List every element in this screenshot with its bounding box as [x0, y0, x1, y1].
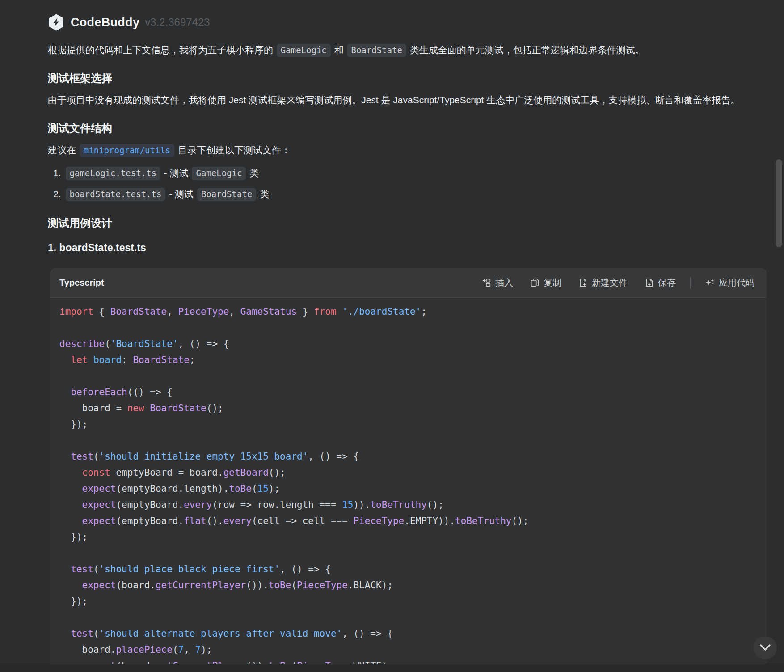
code-token: new — [127, 403, 144, 414]
code-language-label: Typescript — [59, 278, 104, 288]
code-token: let — [71, 355, 88, 365]
code-token: test — [71, 451, 93, 462]
message-header: CodeBuddy v3.2.3697423 — [48, 13, 767, 31]
code-token: (). — [207, 516, 223, 526]
code-token: describe — [59, 338, 105, 349]
code-token — [59, 451, 71, 462]
code-content: import { BoardState, PieceType, GameStat… — [50, 298, 767, 672]
apply-code-button[interactable]: 应用代码 — [705, 277, 754, 289]
code-token: , — [229, 306, 240, 317]
code-token: ( — [173, 644, 178, 655]
code-token: .EMPTY)). — [404, 516, 455, 526]
code-line: }); — [59, 529, 758, 545]
code-token: ()). — [246, 580, 269, 591]
list-text: - 测试 — [166, 189, 196, 199]
code-token: 'should initialize empty 15x15 board' — [99, 451, 308, 462]
section-heading-framework: 测试框架选择 — [48, 72, 767, 85]
code-token: getCurrentPlayer — [156, 580, 246, 591]
code-token: ( — [93, 628, 99, 639]
code-token: : — [122, 355, 133, 365]
test-file-list: 1.gameLogic.test.ts - 测试 GameLogic 类 2.b… — [48, 166, 767, 201]
code-token: 7 — [195, 644, 201, 655]
code-line — [59, 609, 758, 626]
code-token: toBeTruthy — [370, 499, 426, 510]
code-token: 15 — [257, 483, 269, 494]
list-number: 2. — [53, 189, 61, 199]
save-button[interactable]: 保存 — [645, 277, 676, 289]
code-token — [59, 483, 82, 494]
code-line: expect(emptyBoard.every(row => row.lengt… — [59, 497, 758, 513]
code-line: expect(board.getCurrentPlayer()).toBe(Pi… — [59, 577, 758, 593]
code-token: toBeTruthy — [455, 516, 511, 526]
code-token: (); — [269, 467, 286, 478]
toolbar-button-label: 应用代码 — [719, 277, 754, 289]
code-token: ; — [421, 306, 427, 317]
code-token: }); — [59, 532, 88, 542]
code-token: , () => { — [308, 451, 359, 462]
code-token: (row => row.length === — [212, 499, 342, 510]
code-token — [88, 355, 93, 365]
code-line: test('should initialize empty 15x15 boar… — [59, 448, 758, 465]
code-token: ; — [190, 355, 195, 365]
code-token — [144, 403, 150, 414]
code-line — [59, 545, 758, 561]
code-token: } — [297, 306, 314, 317]
list-text: 类 — [257, 189, 269, 199]
subheading-boardstate-test: 1. boardState.test.ts — [48, 241, 767, 254]
code-token: PieceType — [178, 306, 229, 317]
intro-text: 根据提供的代码和上下文信息，我将为五子棋小程序的 — [48, 45, 276, 55]
insert-button[interactable]: 插入 — [482, 277, 513, 289]
code-token: ( — [252, 483, 257, 494]
code-token: placePiece — [116, 644, 172, 655]
scrollbar-thumb[interactable] — [776, 159, 782, 247]
new-file-button[interactable]: 新建文件 — [578, 277, 628, 289]
code-token: ( — [93, 564, 99, 575]
code-token: ( — [105, 338, 110, 349]
intro-text: 和 — [332, 45, 346, 55]
code-token: ( — [291, 580, 297, 591]
code-line — [59, 432, 758, 448]
code-token: 'should alternate players after valid mo… — [99, 628, 342, 639]
code-line: beforeEach(() => { — [59, 384, 758, 400]
code-line — [59, 368, 758, 384]
code-token: (() => { — [127, 387, 173, 397]
inline-code-file: gameLogic.test.ts — [66, 167, 160, 180]
code-token: (board. — [116, 580, 156, 591]
code-token: flat — [184, 516, 207, 526]
scroll-to-bottom-button[interactable] — [754, 636, 777, 659]
bottom-edge-strip — [0, 664, 784, 672]
app-name: CodeBuddy — [71, 16, 139, 30]
inline-code-gamelogic: GameLogic — [277, 44, 331, 57]
code-token: (emptyBoard. — [116, 516, 184, 526]
code-token — [59, 564, 71, 575]
section-heading-files: 测试文件结构 — [48, 122, 767, 135]
codebuddy-logo-icon — [48, 14, 65, 31]
code-token: 'should place black piece first' — [99, 564, 280, 575]
code-line: board.placePiece(7, 7); — [59, 642, 758, 658]
list-number: 1. — [53, 168, 61, 178]
insert-icon — [482, 278, 491, 287]
code-token: BoardState — [150, 403, 206, 414]
code-token: from — [314, 306, 337, 317]
code-token: PieceType — [353, 516, 404, 526]
list-text: 类 — [247, 168, 259, 178]
files-intro-paragraph: 建议在 miniprogram/utils 目录下创建以下测试文件： — [48, 142, 767, 158]
inline-code-boardstate: BoardState — [347, 44, 406, 57]
code-token: expect — [82, 499, 116, 510]
code-token: { — [93, 306, 110, 317]
code-token: import — [59, 306, 93, 317]
code-token — [337, 306, 342, 317]
code-token: expect — [82, 580, 116, 591]
code-token: getBoard — [223, 467, 269, 478]
code-line: }); — [59, 416, 758, 432]
inline-code-file: boardState.test.ts — [66, 188, 166, 201]
code-token: ); — [201, 644, 212, 655]
code-token: , () => { — [178, 338, 229, 349]
code-line: expect(emptyBoard.length).toBe(15); — [59, 481, 758, 497]
code-token: board. — [59, 644, 116, 655]
sparkles-icon — [705, 278, 715, 288]
inline-code-directory: miniprogram/utils — [80, 144, 174, 157]
copy-button[interactable]: 复制 — [530, 277, 561, 289]
code-token: (emptyBoard. — [116, 499, 184, 510]
code-token: (); — [207, 403, 223, 414]
